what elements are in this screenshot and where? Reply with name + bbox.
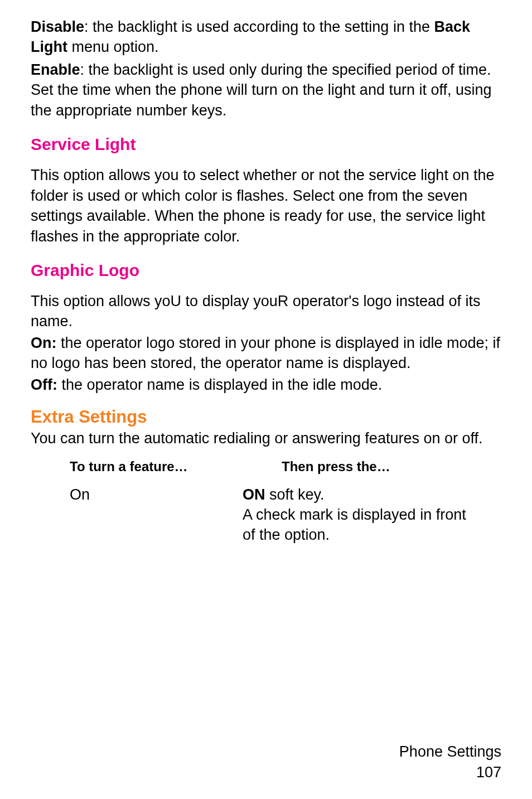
graphic-logo-intro: This option allows yoU to display youR o… xyxy=(31,291,501,332)
off-text: the operator name is displayed in the id… xyxy=(57,376,382,393)
off-label: Off: xyxy=(31,376,57,393)
disable-text: : the backlight is used according to the… xyxy=(84,18,434,35)
softkey-rest: soft key. xyxy=(265,486,325,503)
heading-service-light: Service Light xyxy=(31,135,501,154)
table-cell-left: On xyxy=(70,485,243,545)
table-header-row: To turn a feature… Then press the… xyxy=(70,459,479,474)
table-cell-line2: A check mark is displayed in front of th… xyxy=(243,505,479,545)
service-light-body: This option allows you to select whether… xyxy=(31,165,501,246)
feature-table: To turn a feature… Then press the… On ON… xyxy=(31,459,501,545)
on-text: the operator logo stored in your phone i… xyxy=(31,335,500,371)
disable-label: Disable xyxy=(31,18,84,35)
enable-label: Enable xyxy=(31,61,80,78)
enable-text: : the backlight is used only during the … xyxy=(31,61,492,119)
page-footer: Phone Settings 107 xyxy=(399,742,501,782)
table-header-2: Then press the… xyxy=(243,459,479,474)
on-softkey-label: ON xyxy=(243,486,265,503)
table-cell-right: ON soft key. A check mark is displayed i… xyxy=(243,485,479,545)
on-label: On: xyxy=(31,335,57,351)
graphic-logo-off: Off: the operator name is displayed in t… xyxy=(31,375,501,395)
heading-extra-settings: Extra Settings xyxy=(31,407,501,427)
table-header-1: To turn a feature… xyxy=(70,459,243,474)
paragraph-disable: Disable: the backlight is used according… xyxy=(31,17,501,57)
graphic-logo-on: On: the operator logo stored in your pho… xyxy=(31,333,501,374)
extra-settings-intro: You can turn the automatic redialing or … xyxy=(31,428,501,448)
table-row: On ON soft key. A check mark is displaye… xyxy=(70,485,479,545)
backlight-text-rest: menu option. xyxy=(67,38,159,55)
table-cell-line1: ON soft key. xyxy=(243,485,479,505)
heading-graphic-logo: Graphic Logo xyxy=(31,261,501,280)
footer-section: Phone Settings xyxy=(399,742,501,762)
paragraph-enable: Enable: the backlight is used only durin… xyxy=(31,60,501,120)
footer-page-number: 107 xyxy=(399,762,501,782)
